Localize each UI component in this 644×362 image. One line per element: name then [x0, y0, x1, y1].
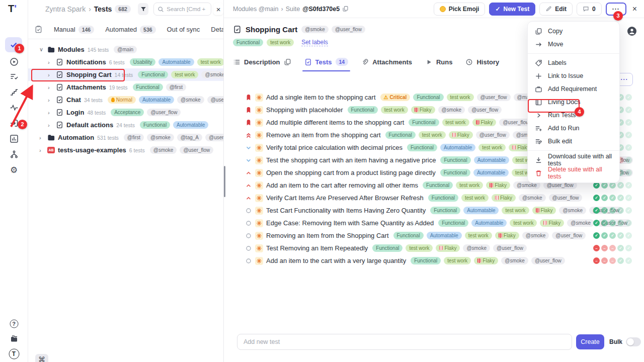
search-box[interactable]: [153, 3, 211, 16]
comments-button[interactable]: 0: [577, 3, 602, 16]
filter-tab-detached[interactable]: Detached: [211, 26, 223, 34]
sidebar-item-plans[interactable]: [10, 72, 19, 81]
add-test-input[interactable]: [237, 334, 572, 350]
sidebar-item-tests[interactable]: [5, 37, 22, 52]
chevron-icon[interactable]: ∨: [39, 46, 44, 53]
breadcrumb-project[interactable]: Zyntra Spark: [45, 5, 86, 13]
breadcrumb-section[interactable]: Tests: [94, 5, 112, 13]
edit-button[interactable]: Edit: [539, 3, 573, 16]
test-row[interactable]: Removing an Item from the Shopping CartF…: [224, 229, 644, 242]
tree-row-login[interactable]: ›Login48 testsAcceptance@user_flow: [28, 106, 223, 119]
menu-item-add-requirement[interactable]: Add Requirement: [528, 82, 619, 96]
chevron-icon[interactable]: ›: [48, 110, 53, 116]
test-title[interactable]: Add an item to the cart after removing a…: [266, 182, 418, 189]
scrollbar-thumb[interactable]: [224, 166, 225, 197]
copy-icon[interactable]: [284, 58, 291, 66]
chevron-icon[interactable]: ›: [48, 59, 53, 65]
new-test-button[interactable]: ✓ New Test: [489, 3, 535, 16]
chevron-icon[interactable]: ›: [39, 135, 44, 141]
sidebar-item-milestones[interactable]: [10, 87, 19, 97]
test-title[interactable]: Test the shopping cart with an item havi…: [266, 156, 436, 164]
help-icon[interactable]: ?: [10, 320, 18, 328]
menu-divider: [528, 53, 619, 54]
test-row[interactable]: Test Removing an Item RepeatedlyFunction…: [224, 242, 644, 254]
suite-breadcrumb-parent[interactable]: Modules @main: [233, 6, 279, 13]
tree-row-tests-usage-examples[interactable]: ›ABtests-usage-examples6 tests@smoke@use…: [28, 144, 223, 156]
test-title[interactable]: Add an item to the cart with a very larg…: [266, 257, 406, 264]
tree-row-modules[interactable]: ∨Modules145 tests@main: [28, 43, 223, 56]
menu-item-add-to-run[interactable]: Add to Run: [528, 122, 619, 135]
test-row[interactable]: Add an item to the cart with a very larg…: [224, 254, 644, 267]
panel-topbar: Zyntra Spark › Tests 682 ×: [28, 0, 223, 18]
filter-button[interactable]: [138, 3, 148, 15]
tab-runs[interactable]: Runs: [425, 55, 453, 68]
test-row[interactable]: Test Cart Functionality with Items Havin…: [224, 204, 644, 217]
filter-tab-out-of-sync[interactable]: Out of sync: [167, 26, 200, 34]
test-title[interactable]: Open the shopping cart from a product li…: [266, 169, 436, 176]
tab-history[interactable]: History: [465, 55, 499, 68]
test-title[interactable]: Removing an Item from the Shopping Cart: [266, 232, 389, 239]
tree-row-shopping-cart[interactable]: ›Shopping Cart14 testsFunctionaltest wor…: [28, 68, 223, 81]
menu-item-download-suite-with-all-tests[interactable]: Download suite with all tests: [528, 153, 619, 166]
tree-row-automation[interactable]: ›Automation531 tests@first@smoke@tag_A@u…: [28, 131, 223, 144]
pick-emoji-button[interactable]: Pick Emoji: [434, 3, 486, 16]
label-badge: Flaky: [540, 219, 564, 227]
search-input[interactable]: [167, 6, 207, 12]
tab-attachments[interactable]: Attachments: [361, 55, 412, 68]
test-title[interactable]: Verify Cart Items Are Preserved After Br…: [266, 194, 424, 202]
create-button[interactable]: Create: [576, 334, 604, 349]
settings-gear-icon[interactable]: ⚙: [10, 165, 19, 174]
test-title[interactable]: Remove an item from the shopping cart: [266, 131, 381, 139]
status-history: ✓✓✓✓✓: [593, 232, 632, 239]
chevron-icon[interactable]: ›: [48, 72, 53, 78]
chevron-icon[interactable]: ›: [48, 122, 53, 128]
filter-tab-manual[interactable]: Manual146: [54, 26, 94, 34]
test-row[interactable]: Verify Cart Items Are Preserved After Br…: [224, 192, 644, 204]
popcorn-icon: [452, 133, 456, 137]
menu-item-run-tests[interactable]: Run Tests: [528, 109, 619, 122]
listedit-icon: [535, 138, 542, 145]
test-title[interactable]: Add multiple different items to the shop…: [266, 119, 404, 126]
sidebar-item-runs[interactable]: [10, 57, 19, 66]
tab-description[interactable]: Description: [233, 55, 291, 68]
set-labels-link[interactable]: Set labels: [301, 39, 328, 46]
test-title[interactable]: Edge Case: Removing Item with Same Quant…: [266, 219, 434, 227]
test-title[interactable]: Test Removing an Item Repeatedly: [266, 244, 368, 252]
suite-test-count: 6 tests: [129, 147, 145, 153]
tab-tests[interactable]: Tests14: [304, 55, 349, 68]
tag-badge: @user_flow: [531, 257, 565, 264]
more-actions-button[interactable]: ···: [606, 3, 626, 16]
chevron-icon[interactable]: ›: [48, 97, 53, 103]
tree-row-chat[interactable]: ›Chat34 testsNormalAutomatable@smoke@use…: [28, 94, 223, 106]
test-title[interactable]: Shopping with placeholder: [266, 106, 343, 114]
chevron-icon[interactable]: ›: [48, 84, 53, 90]
menu-item-delete-suite-with-all-tests[interactable]: Delete suite with all tests: [528, 166, 619, 179]
sidebar-item-branches[interactable]: [10, 150, 19, 159]
tree-row-default-actions[interactable]: ›Default actions24 testsFunctionalAutoma…: [28, 119, 223, 131]
test-title[interactable]: Verify total price calculation with deci…: [266, 144, 403, 151]
bulk-toggle[interactable]: [626, 337, 641, 346]
projects-folder-icon[interactable]: [10, 334, 19, 343]
test-title[interactable]: Test Cart Functionality with Items Havin…: [266, 207, 426, 214]
tree-row-attachments[interactable]: ›Attachments19 testsFunctional@first: [28, 81, 223, 94]
menu-item-living-docs[interactable]: Living Docs: [528, 96, 619, 109]
test-title[interactable]: Add a single item to the shopping cart: [266, 94, 376, 101]
avatar[interactable]: [627, 26, 637, 36]
sidebar-item-requirements[interactable]: [10, 119, 19, 128]
test-row[interactable]: Edge Case: Removing Item with Same Quant…: [224, 217, 644, 229]
brand-circle-icon[interactable]: T: [9, 349, 19, 359]
menu-item-labels[interactable]: Labels: [528, 56, 619, 69]
tree-row-notifications[interactable]: ›Notifications6 testsUsabilityAutomatabl…: [28, 56, 223, 68]
menu-item-link-to-issue[interactable]: Link to Issue: [528, 69, 619, 82]
filter-tab-automated[interactable]: Automated536: [105, 26, 155, 34]
close-button[interactable]: ×: [630, 5, 639, 14]
chevron-icon[interactable]: ›: [39, 147, 44, 153]
sidebar-item-activity[interactable]: [10, 103, 19, 112]
menu-item-bulk-edit[interactable]: Bulk edit: [528, 135, 619, 148]
tag-badge: @user_flow: [205, 134, 223, 141]
sidebar-item-reports[interactable]: [10, 134, 19, 143]
panel-close-button[interactable]: ×: [213, 3, 223, 15]
copy-icon[interactable]: [342, 6, 349, 12]
menu-item-move[interactable]: Move: [528, 38, 619, 51]
menu-item-copy[interactable]: Copy: [528, 25, 619, 38]
